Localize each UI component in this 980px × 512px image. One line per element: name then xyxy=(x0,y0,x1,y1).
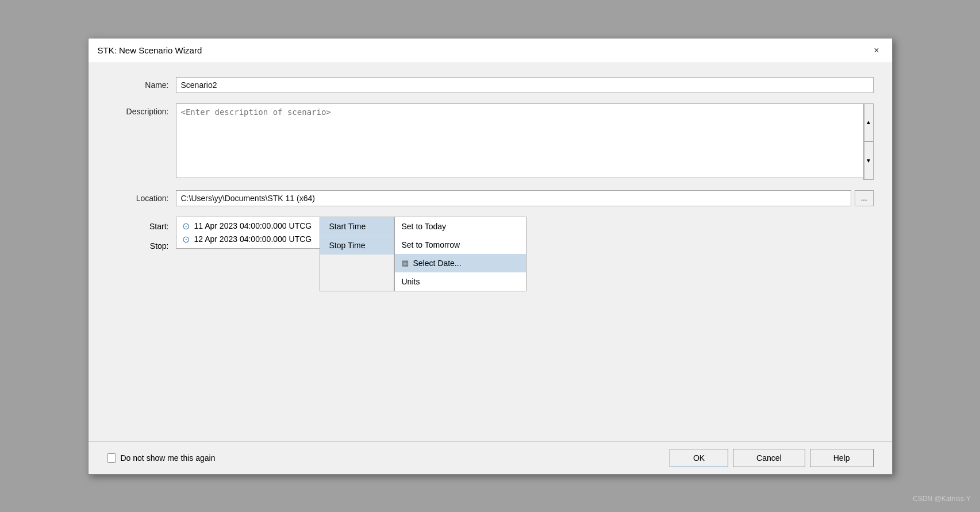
name-input[interactable] xyxy=(176,77,874,93)
close-button[interactable]: × xyxy=(870,44,882,57)
dont-show-text: Do not show me this again xyxy=(121,453,216,463)
select-date-label: Select Date... xyxy=(413,259,462,268)
start-time-item[interactable]: Start Time xyxy=(320,217,394,236)
scroll-up-arrow[interactable]: ▲ xyxy=(864,103,874,142)
description-label: Description: xyxy=(107,103,176,116)
dialog-body: Name: Description: ▲ ▼ Location: ... xyxy=(89,63,892,312)
units-label: Units xyxy=(402,277,420,286)
popup-right-panel: Set to Today Set to Tomorrow ▦ Select Da… xyxy=(394,217,526,291)
set-to-today-label: Set to Today xyxy=(402,222,447,231)
help-button[interactable]: Help xyxy=(810,449,874,467)
start-label: Start: xyxy=(107,217,176,236)
set-to-tomorrow-item[interactable]: Set to Tomorrow xyxy=(395,236,526,254)
description-wrapper: ▲ ▼ xyxy=(176,103,874,180)
cancel-button[interactable]: Cancel xyxy=(733,449,805,467)
select-date-icon: ▦ xyxy=(402,259,409,267)
scroll-down-arrow[interactable]: ▼ xyxy=(864,141,874,180)
watermark: CSDN @Katniss-Y xyxy=(913,495,971,503)
stop-time-item[interactable]: Stop Time xyxy=(320,236,394,255)
location-input[interactable] xyxy=(176,190,851,206)
start-stop-section: Start: Stop: ⊙ 11 Apr 2023 04:00:00.000 … xyxy=(107,217,874,256)
datetime-popup: Start Time Stop Time Set to Today Set to… xyxy=(320,217,526,291)
stop-label: Stop: xyxy=(107,236,176,256)
stop-datetime-value: 12 Apr 2023 04:00:00.000 UTCG xyxy=(194,234,312,244)
set-to-tomorrow-label: Set to Tomorrow xyxy=(402,240,460,249)
units-item[interactable]: Units xyxy=(395,272,526,291)
start-stop-labels: Start: Stop: xyxy=(107,217,176,256)
ok-button[interactable]: OK xyxy=(670,449,728,467)
name-row: Name: xyxy=(107,77,874,93)
popup-left-panel: Start Time Stop Time xyxy=(320,217,394,291)
dialog-footer: Do not show me this again OK Cancel Help xyxy=(89,441,892,474)
set-to-today-item[interactable]: Set to Today xyxy=(395,217,526,236)
footer-buttons: OK Cancel Help xyxy=(670,449,874,467)
title-bar: STK: New Scenario Wizard × xyxy=(89,39,892,63)
start-clock-icon: ⊙ xyxy=(182,221,190,232)
location-row: Location: ... xyxy=(107,190,874,206)
location-control-wrap: ... xyxy=(176,190,874,206)
dont-show-label[interactable]: Do not show me this again xyxy=(107,453,216,463)
description-scrollbar: ▲ ▼ xyxy=(863,103,874,180)
dont-show-checkbox[interactable] xyxy=(107,453,116,463)
description-input[interactable] xyxy=(176,103,874,178)
stop-clock-icon: ⊙ xyxy=(182,234,190,245)
dialog-window: STK: New Scenario Wizard × Name: Descrip… xyxy=(88,38,893,475)
name-label: Name: xyxy=(107,77,176,90)
start-datetime-value: 11 Apr 2023 04:00:00.000 UTCG xyxy=(194,221,312,230)
dialog-title: STK: New Scenario Wizard xyxy=(98,45,202,55)
name-control-wrap xyxy=(176,77,874,93)
browse-button[interactable]: ... xyxy=(855,190,874,206)
description-row: Description: ▲ ▼ xyxy=(107,103,874,180)
select-date-item[interactable]: ▦ Select Date... xyxy=(395,254,526,272)
location-label: Location: xyxy=(107,190,176,203)
